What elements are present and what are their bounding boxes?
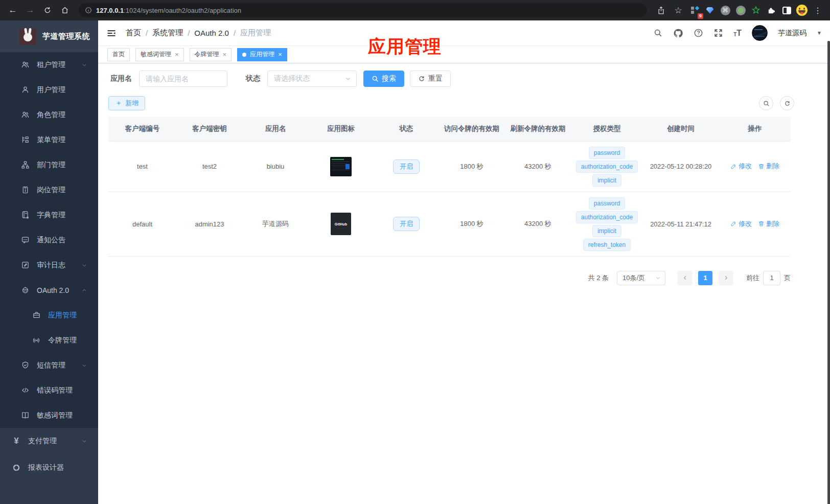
app-logo[interactable]: 芋道管理系统 (0, 20, 98, 52)
user-avatar[interactable] (752, 25, 768, 41)
edit-link[interactable]: 修改 (730, 219, 752, 228)
font-size-icon[interactable]: TT (733, 29, 742, 37)
url-host: 127.0.0.1 (96, 7, 124, 14)
edit-link[interactable]: 修改 (730, 162, 752, 171)
sidebar-item-label: 报表设计器 (28, 463, 64, 472)
browser-menu-icon[interactable]: ⋮ (811, 6, 825, 15)
tab-敏感词管理[interactable]: 敏感词管理× (135, 48, 184, 61)
sidebar-item-短信管理[interactable]: 短信管理 (0, 353, 98, 378)
sidebar-item-角色管理[interactable]: 角色管理 (0, 102, 98, 127)
sidebar-item-应用管理[interactable]: 应用管理 (0, 303, 98, 328)
sidebar-item-label: 岗位管理 (37, 186, 65, 195)
help-icon[interactable] (694, 28, 703, 38)
sidebar-item-菜单管理[interactable]: 菜单管理 (0, 127, 98, 152)
trash-icon (758, 163, 765, 170)
delete-link[interactable]: 删除 (758, 219, 779, 228)
bookmark-star-icon[interactable]: ☆ (671, 3, 686, 18)
search-icon[interactable] (653, 28, 663, 38)
url-bar[interactable]: 127.0.0.1:1024/system/oauth2/oauth2/appl… (79, 3, 647, 17)
users-icon (20, 60, 30, 69)
next-page-button[interactable] (719, 271, 733, 285)
sidebar-item-label: 通知公告 (37, 236, 65, 245)
toggle-search-button[interactable] (759, 96, 773, 110)
sidebar-item-敏感词管理[interactable]: 敏感词管理 (0, 403, 98, 428)
extension-command-icon[interactable]: ⌘ (719, 4, 732, 17)
app-title: 芋道管理系统 (42, 32, 90, 41)
cell-grant-types: passwordauthorization_codeimplicit (571, 141, 642, 192)
browser-home-icon[interactable] (57, 3, 73, 18)
sidebar-item-label: 菜单管理 (37, 135, 65, 145)
github-icon[interactable] (673, 28, 683, 38)
user-menu-caret-icon[interactable]: ▼ (817, 30, 822, 36)
grant-type-tag: authorization_code (576, 211, 638, 223)
prev-page-button[interactable] (678, 271, 692, 285)
column-header: 客户端编号 (108, 117, 176, 141)
reset-button[interactable]: 重置 (410, 71, 451, 87)
tab-close-icon[interactable]: × (223, 51, 227, 58)
panel-toggle-icon[interactable] (780, 4, 793, 17)
browser-back-icon[interactable]: ← (5, 3, 20, 18)
tab-close-icon[interactable]: × (278, 51, 282, 58)
sidebar-item-岗位管理[interactable]: 岗位管理 (0, 177, 98, 202)
edit-pencil-icon (730, 163, 737, 170)
status-badge: 开启 (393, 159, 420, 174)
fullscreen-icon[interactable] (713, 28, 723, 38)
breadcrumb-item[interactable]: OAuth 2.0 (194, 29, 229, 37)
sidebar-item-令牌管理[interactable]: 令牌管理 (0, 328, 98, 353)
sidebar-item-部门管理[interactable]: 部门管理 (0, 152, 98, 177)
page-size-select[interactable]: 10条/页 (617, 271, 665, 285)
sidebar-item-错误码管理[interactable]: 错误码管理 (0, 378, 98, 403)
app-icon-image: GitHub (331, 213, 351, 235)
extension-star-icon[interactable] (749, 4, 763, 17)
site-info-icon[interactable] (85, 7, 92, 14)
extension-puzzle-icon[interactable] (765, 4, 778, 17)
pie-icon (12, 464, 21, 472)
tab-令牌管理[interactable]: 令牌管理× (190, 48, 232, 61)
sidebar-item-支付管理[interactable]: ¥支付管理 (0, 428, 98, 454)
sidebar-item-字典管理[interactable]: 字典管理 (0, 202, 98, 227)
delete-link[interactable]: 删除 (758, 162, 779, 171)
search-button[interactable]: 搜索 (363, 71, 404, 87)
profile-avatar[interactable] (795, 4, 809, 17)
breadcrumb-item[interactable]: 首页 (126, 28, 141, 38)
breadcrumb-item: 应用管理 (240, 28, 271, 38)
tabs-bar: 首页敏感词管理×令牌管理×应用管理× (98, 46, 830, 63)
sidebar-item-审计日志[interactable]: 审计日志 (0, 253, 98, 278)
tab-首页[interactable]: 首页 (107, 48, 130, 61)
grant-type-tag: authorization_code (576, 161, 638, 173)
share-icon[interactable] (653, 3, 668, 18)
browser-reload-icon[interactable] (40, 3, 55, 18)
sidebar-item-报表设计器[interactable]: 报表设计器 (0, 454, 98, 481)
grant-type-tags: passwordauthorization_codeimplicit (573, 147, 640, 187)
sidebar-item-租户管理[interactable]: 租户管理 (0, 52, 98, 77)
sidebar-collapse-icon[interactable] (106, 28, 117, 38)
extension-record-icon[interactable] (734, 4, 747, 17)
tab-label: 应用管理 (250, 50, 274, 59)
goto-page-input[interactable] (763, 271, 780, 285)
window-scrollbar[interactable] (827, 41, 830, 504)
search-icon (763, 100, 770, 107)
sidebar-item-用户管理[interactable]: 用户管理 (0, 77, 98, 102)
status-select[interactable]: 请选择状态 (267, 71, 357, 87)
breadcrumb-item[interactable]: 系统管理 (152, 28, 183, 38)
page-number-1[interactable]: 1 (698, 271, 712, 285)
extension-gem-icon[interactable] (703, 4, 717, 17)
app-name-input[interactable] (139, 71, 227, 87)
username: 芋道源码 (778, 29, 806, 38)
tab-应用管理[interactable]: 应用管理× (237, 48, 287, 61)
sidebar-filler (0, 481, 98, 504)
plus-icon: ＋ (115, 99, 122, 108)
extension-grid-icon[interactable]: 9 (688, 4, 701, 17)
sidebar-item-label: 部门管理 (37, 161, 65, 170)
refresh-table-button[interactable] (780, 96, 794, 110)
menu-tree-icon (20, 135, 30, 144)
sidebar-item-OAuth 2.0[interactable]: OAuth 2.0 (0, 278, 98, 303)
browser-toolbar: ← → 127.0.0.1:1024/system/oauth2/oauth2/… (0, 0, 830, 20)
cell-client-secret: test2 (176, 141, 243, 192)
browser-forward-icon[interactable]: → (22, 3, 38, 18)
sidebar-item-label: 租户管理 (37, 60, 65, 70)
add-button[interactable]: ＋ 新增 (108, 96, 145, 110)
tab-close-icon[interactable]: × (175, 51, 179, 58)
sidebar-item-通知公告[interactable]: 通知公告 (0, 227, 98, 253)
sidebar-item-label: 短信管理 (37, 361, 65, 370)
